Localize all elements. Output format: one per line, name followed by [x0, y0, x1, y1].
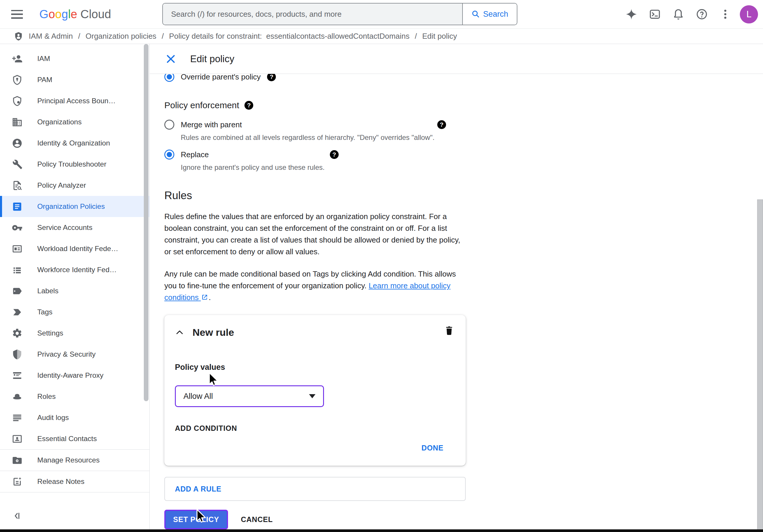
breadcrumb-separator: /: [78, 32, 80, 41]
doc-sparkle-icon: [12, 476, 23, 487]
help-circle-icon[interactable]: [690, 8, 713, 20]
avatar[interactable]: L: [740, 5, 758, 24]
key-icon: [12, 222, 23, 233]
collapse-sidebar-button[interactable]: [12, 511, 22, 522]
replace-label: Replace: [181, 150, 209, 159]
person-add-icon: [12, 53, 23, 64]
sidebar-item-principal-access-boun[interactable]: Principal Access Boun…: [0, 90, 149, 112]
sidebar-item-label: Organization Policies: [37, 202, 105, 211]
sidebar-scrollbar[interactable]: [144, 44, 149, 401]
iam-admin-shield-icon: [14, 31, 24, 42]
search-button[interactable]: Search: [462, 4, 517, 25]
footer-actions: SET POLICY CANCEL: [164, 510, 467, 529]
breadcrumb-item-1[interactable]: Organization policies: [86, 32, 157, 41]
delete-rule-trash-icon[interactable]: [444, 325, 455, 336]
org-policies-icon: [12, 201, 23, 212]
done-button[interactable]: DONE: [421, 444, 443, 452]
breadcrumb: IAM & Admin/Organization policies/Policy…: [29, 32, 457, 41]
sidebar-item-tags[interactable]: Tags: [0, 302, 149, 322]
sidebar-item-label: Tags: [37, 308, 53, 316]
breadcrumb-item-2[interactable]: Policy details for constraint: essential…: [169, 32, 409, 41]
breadcrumb-separator: /: [162, 32, 164, 41]
sidebar-item-workforce-identity-fed[interactable]: Workforce Identity Fed…: [0, 259, 149, 280]
override-parent-label: Override parent's policy: [181, 74, 261, 82]
menu-icon[interactable]: [11, 10, 23, 19]
rules-paragraph-2: Any rule can be made conditional based o…: [164, 268, 464, 303]
breadcrumb-bar: IAM & Admin/Organization policies/Policy…: [0, 29, 763, 44]
search-input[interactable]: [163, 4, 462, 25]
close-icon[interactable]: [165, 53, 177, 65]
logo-google-text: Google: [39, 8, 77, 21]
breadcrumb-item-3[interactable]: Edit policy: [422, 32, 457, 41]
override-parent-row: Override parent's policy ?: [164, 74, 467, 87]
cancel-button[interactable]: CANCEL: [241, 515, 273, 524]
search-bar: Search: [162, 3, 517, 25]
add-a-rule-button[interactable]: ADD A RULE: [164, 477, 466, 501]
sidebar-item-manage-resources[interactable]: Manage Resources: [0, 450, 149, 471]
help-icon[interactable]: ?: [245, 101, 253, 110]
sidebar-item-pam[interactable]: PAM: [0, 69, 149, 90]
override-parent-radio[interactable]: [164, 74, 174, 82]
add-condition-button[interactable]: ADD CONDITION: [175, 424, 237, 433]
help-icon[interactable]: ?: [330, 150, 339, 159]
iap-icon: [12, 370, 23, 381]
audit-lines-icon: [12, 412, 23, 423]
help-icon[interactable]: ?: [437, 120, 446, 129]
gemini-sparkle-icon[interactable]: [619, 8, 643, 20]
sidebar-item-release-notes[interactable]: Release Notes: [0, 471, 149, 492]
sidebar-item-essential-contacts[interactable]: Essential Contacts: [0, 428, 149, 449]
sidebar-item-privacy-security[interactable]: Privacy & Security: [0, 344, 149, 365]
chevron-down-icon: [309, 394, 315, 398]
notifications-bell-icon[interactable]: [666, 8, 690, 20]
top-icons: L: [619, 0, 763, 29]
card-icon: [12, 243, 23, 254]
chevron-up-icon[interactable]: [175, 328, 184, 337]
rules-paragraph-1: Rules define the values that are enforce…: [164, 211, 464, 257]
sidebar-item-identity-aware-proxy[interactable]: Identity-Aware Proxy: [0, 365, 149, 386]
more-vert-icon[interactable]: [713, 8, 737, 20]
contact-card-icon: [12, 433, 23, 444]
breadcrumb-item-0[interactable]: IAM & Admin: [29, 32, 73, 41]
help-icon[interactable]: ?: [267, 74, 276, 81]
sidebar-item-label: Policy Analyzer: [37, 181, 86, 190]
sidebar-item-service-accounts[interactable]: Service Accounts: [0, 217, 149, 238]
sidebar-item-policy-troubleshooter[interactable]: Policy Troubleshooter: [0, 154, 149, 175]
sidebar-item-labels[interactable]: Labels: [0, 280, 149, 302]
sidebar-item-label: IAM: [37, 54, 50, 63]
replace-radio[interactable]: [164, 149, 174, 159]
sidebar-item-label: Audit logs: [37, 413, 69, 422]
sidebar-item-label: Settings: [37, 329, 63, 337]
top-bar: Google Cloud Search L: [0, 0, 763, 29]
sidebar-item-label: Identity & Organization: [37, 139, 110, 147]
cloud-shell-icon[interactable]: [643, 8, 666, 20]
sidebar-item-organization-policies[interactable]: Organization Policies: [0, 196, 149, 217]
shield-person-icon: [12, 96, 23, 107]
list-icon: [12, 265, 23, 275]
bottom-bar: [0, 529, 763, 532]
sidebar-item-label: Essential Contacts: [37, 435, 97, 443]
gear-icon: [12, 328, 23, 339]
sidebar-item-audit-logs[interactable]: Audit logs: [0, 407, 149, 428]
logo-cloud-text: Cloud: [80, 8, 111, 21]
merge-with-parent-radio[interactable]: [164, 120, 174, 130]
hat-icon: [12, 391, 23, 402]
sidebar-item-roles[interactable]: Roles: [0, 386, 149, 407]
google-cloud-logo[interactable]: Google Cloud: [39, 8, 111, 21]
sidebar-item-settings[interactable]: Settings: [0, 322, 149, 344]
sidebar-item-workload-identity-fede[interactable]: Workload Identity Fede…: [0, 238, 149, 259]
sidebar-item-iam[interactable]: IAM: [0, 48, 149, 69]
page-title: Edit policy: [190, 53, 234, 64]
set-policy-button[interactable]: SET POLICY: [164, 510, 228, 529]
sidebar-item-label: Manage Resources: [37, 456, 99, 464]
policy-values-dropdown[interactable]: Allow All: [175, 385, 324, 407]
edit-policy-panel: Edit policy Override parent's policy ? P…: [150, 44, 763, 530]
sidebar-item-identity-organization[interactable]: Identity & Organization: [0, 133, 149, 154]
sidebar-item-label: Privacy & Security: [37, 350, 96, 358]
policy-enforcement-heading: Policy enforcement ?: [164, 100, 467, 110]
panel-header: Edit policy: [150, 44, 763, 74]
sidebar-item-label: Labels: [37, 287, 58, 295]
page-scrollbar[interactable]: [757, 200, 763, 530]
sidebar-item-organizations[interactable]: Organizations: [0, 112, 149, 133]
merge-with-parent-description: Rules are combined at all levels regardl…: [181, 133, 467, 142]
sidebar-item-policy-analyzer[interactable]: Policy Analyzer: [0, 175, 149, 196]
